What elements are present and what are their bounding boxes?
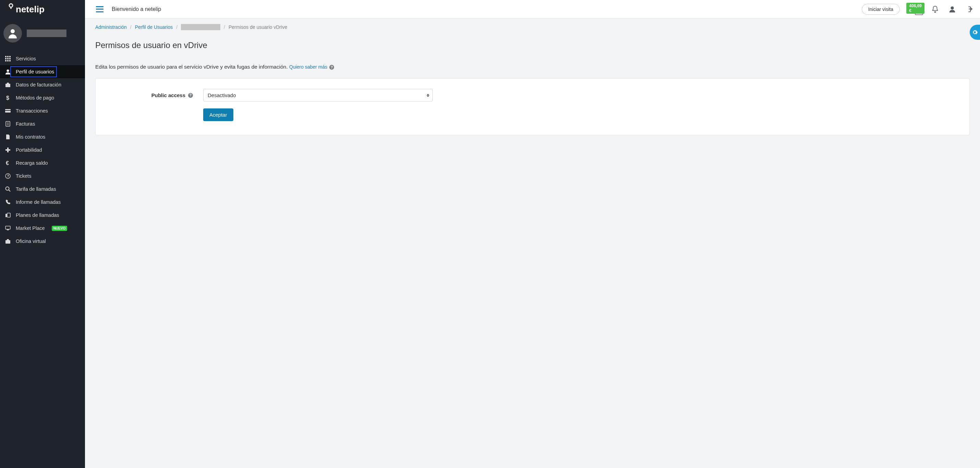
avatar bbox=[3, 24, 22, 43]
sidebar-item-label: Tarifa de llamadas bbox=[16, 186, 56, 192]
sidebar-item-perfil-de-usuarios[interactable]: Perfil de usuarios bbox=[0, 65, 85, 78]
help-icon[interactable]: ? bbox=[188, 93, 193, 98]
svg-line-27 bbox=[9, 190, 10, 192]
hamburger-menu-icon[interactable] bbox=[96, 6, 103, 12]
svg-rect-30 bbox=[5, 226, 10, 229]
svg-rect-6 bbox=[5, 58, 6, 59]
sidebar-item-label: Market Place bbox=[16, 225, 45, 231]
euro-icon: € bbox=[5, 160, 11, 166]
sidebar-item-label: Portabilidad bbox=[16, 147, 42, 153]
svg-rect-8 bbox=[9, 58, 11, 59]
learn-more-link[interactable]: Quiero saber más ? bbox=[289, 64, 334, 70]
grid-icon bbox=[5, 56, 11, 61]
svg-text:?: ? bbox=[7, 174, 9, 178]
logout-icon[interactable] bbox=[964, 4, 975, 14]
sidebar-item-label: Recarga saldo bbox=[16, 160, 48, 166]
monitor-icon bbox=[5, 225, 11, 231]
sidebar-item-transacciones[interactable]: Transacciones bbox=[0, 104, 85, 117]
svg-point-0 bbox=[9, 4, 13, 7]
svg-rect-28 bbox=[5, 214, 7, 217]
sidebar-item-label: Oficina virtual bbox=[16, 238, 46, 244]
breadcrumb: Administración/Perfil de Usuarios//Permi… bbox=[85, 19, 980, 35]
breadcrumb-separator: / bbox=[224, 24, 225, 30]
sidebar-item-label: Métodos de pago bbox=[16, 95, 54, 101]
breadcrumb-separator: / bbox=[176, 24, 178, 30]
svg-rect-7 bbox=[7, 58, 9, 59]
svg-rect-13 bbox=[5, 84, 10, 87]
content: Administración/Perfil de Usuarios//Permi… bbox=[85, 19, 980, 468]
sidebar-item-label: Servicios bbox=[16, 56, 36, 61]
notifications-icon[interactable] bbox=[930, 4, 940, 14]
sidebar-item-tarifa-de-llamadas[interactable]: Tarifa de llamadas bbox=[0, 182, 85, 196]
card-icon bbox=[5, 108, 11, 113]
page-title: Permisos de usuario en vDrive bbox=[95, 40, 970, 50]
public-access-label: Public access ? bbox=[104, 92, 193, 98]
new-badge: NUEVO bbox=[52, 226, 67, 231]
form-card: Public access ? Desactivado bbox=[95, 78, 970, 135]
sidebar: netelip ServiciosPerfil de usuariosDatos… bbox=[0, 0, 85, 468]
svg-rect-4 bbox=[7, 56, 9, 57]
svg-text:netelip: netelip bbox=[16, 4, 45, 14]
logo-area: netelip bbox=[0, 0, 85, 21]
sidebar-nav: ServiciosPerfil de usuariosDatos de fact… bbox=[0, 49, 85, 248]
user-name-redacted bbox=[27, 29, 67, 37]
breadcrumb-link[interactable]: Perfil de Usuarios bbox=[135, 24, 173, 30]
sidebar-item-label: Transacciones bbox=[16, 108, 48, 113]
sidebar-item-recarga-saldo[interactable]: €Recarga saldo bbox=[0, 157, 85, 169]
sidebar-item-servicios[interactable]: Servicios bbox=[0, 52, 85, 65]
sidebar-item-label: Datos de facturación bbox=[16, 82, 61, 88]
welcome-text: Bienvenido a netelip bbox=[112, 6, 161, 12]
page-intro: Edita los permisos de usuario para el se… bbox=[95, 64, 970, 70]
user-menu-icon[interactable] bbox=[947, 4, 958, 14]
svg-text:$: $ bbox=[6, 95, 9, 101]
breadcrumb-current: Permisos de usuario vDrive bbox=[229, 24, 287, 30]
phone-icon bbox=[5, 199, 11, 205]
sidebar-item-label: Planes de llamadas bbox=[16, 212, 59, 218]
sidebar-item-métodos-de-pago[interactable]: $Métodos de pago bbox=[0, 91, 85, 104]
submit-button[interactable]: Aceptar bbox=[203, 109, 233, 121]
sidebar-item-label: Perfil de usuarios bbox=[16, 69, 54, 75]
start-visit-button[interactable]: Iniciar visita bbox=[862, 4, 900, 15]
svg-rect-9 bbox=[5, 60, 6, 61]
brand-logo[interactable]: netelip bbox=[7, 3, 78, 15]
svg-point-35 bbox=[951, 6, 954, 9]
user-profile-area[interactable] bbox=[0, 21, 85, 49]
sidebar-item-label: Mis contratos bbox=[16, 134, 45, 140]
help-icon: ? bbox=[329, 65, 334, 70]
svg-rect-32 bbox=[5, 240, 10, 244]
svg-rect-3 bbox=[5, 56, 6, 57]
sidebar-item-market-place[interactable]: Market PlaceNUEVO bbox=[0, 222, 85, 235]
sidebar-item-label: Facturas bbox=[16, 121, 35, 126]
sidebar-item-informe-de-llamadas[interactable]: Informe de llamadas bbox=[0, 196, 85, 209]
sidebar-item-tickets[interactable]: ?Tickets bbox=[0, 169, 85, 182]
file-icon bbox=[5, 134, 11, 140]
balance-widget[interactable]: 406,69 € bbox=[915, 3, 923, 15]
sidebar-item-datos-de-facturación[interactable]: Datos de facturación bbox=[0, 78, 85, 91]
main-area: Bienvenido a netelip Iniciar visita 406,… bbox=[85, 0, 980, 468]
public-access-select-input[interactable]: Desactivado bbox=[203, 89, 433, 102]
svg-rect-5 bbox=[9, 56, 11, 57]
dollar-icon: $ bbox=[5, 95, 11, 101]
sidebar-item-label: Tickets bbox=[16, 173, 31, 179]
sidebar-item-facturas[interactable]: Facturas bbox=[0, 117, 85, 130]
briefcase-icon bbox=[5, 82, 11, 88]
breadcrumb-link[interactable]: Administración bbox=[95, 24, 127, 30]
sidebar-item-portabilidad[interactable]: Portabilidad bbox=[0, 144, 85, 157]
breadcrumb-item-redacted bbox=[181, 24, 220, 30]
user-icon bbox=[5, 69, 11, 75]
question-icon: ? bbox=[5, 173, 11, 179]
svg-rect-11 bbox=[9, 60, 11, 61]
svg-rect-29 bbox=[7, 213, 10, 217]
breadcrumb-separator: / bbox=[130, 24, 132, 30]
doc-icon bbox=[5, 121, 11, 126]
svg-point-12 bbox=[7, 70, 9, 72]
svg-rect-22 bbox=[5, 149, 10, 151]
sidebar-item-planes-de-llamadas[interactable]: Planes de llamadas bbox=[0, 209, 85, 222]
phone-office-icon bbox=[5, 212, 11, 218]
briefcase-icon bbox=[5, 238, 11, 244]
sidebar-item-mis-contratos[interactable]: Mis contratos bbox=[0, 130, 85, 144]
plus-icon bbox=[5, 147, 11, 153]
public-access-select[interactable]: Desactivado bbox=[203, 89, 433, 102]
sidebar-item-oficina-virtual[interactable]: Oficina virtual bbox=[0, 235, 85, 248]
topbar: Bienvenido a netelip Iniciar visita 406,… bbox=[85, 0, 980, 19]
